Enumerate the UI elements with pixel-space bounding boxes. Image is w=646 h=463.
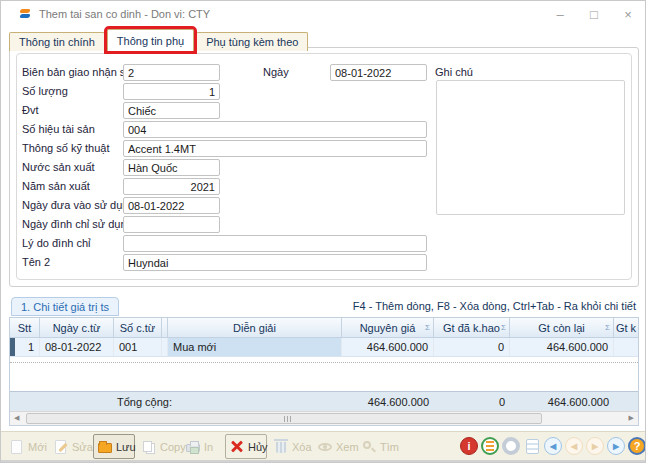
scrollbar-thumb[interactable] — [26, 413, 542, 424]
column-header-label: Nguyên giá — [360, 322, 416, 334]
so-hieu-tai-san-field[interactable] — [123, 121, 427, 138]
save-icon — [97, 439, 113, 455]
delete-icon — [273, 439, 289, 455]
table-empty-area — [10, 363, 638, 391]
ngay-dua-vao-su-dung-field[interactable] — [123, 197, 220, 214]
menu-icon — [481, 437, 499, 455]
row-selection-indicator — [10, 338, 15, 356]
help-button[interactable]: ? — [627, 436, 646, 456]
find-button-label: Tìm — [380, 441, 399, 453]
tab-thong-tin-chinh[interactable]: Thông tin chính — [9, 32, 105, 51]
field-label-so-luong: Số lượng — [22, 85, 68, 97]
column-header-gt-da-khao[interactable]: Gt đã k.hao Σ — [434, 318, 510, 337]
next-record-icon: ▶ — [586, 437, 604, 455]
cell-ngay-ctu[interactable]: 08-01-2022 — [40, 338, 114, 356]
bottom-toolbar: Mới Sửa Lưu Copy In Hủy Xóa Xem — [1, 431, 645, 460]
scroll-right-icon[interactable]: ▶ — [629, 414, 634, 422]
detail-table: Stt Ngày c.từ Số c.từ Diễn giải Nguyên g… — [9, 317, 639, 426]
previous-record-button[interactable]: ◀ — [564, 436, 584, 456]
cell-gt-da-khao[interactable]: 0 — [434, 338, 510, 356]
info-button[interactable]: i — [459, 436, 479, 456]
detail-tab-chi-tiet-gia-tri[interactable]: 1. Chi tiết giá trị ts — [11, 297, 119, 316]
bien-ban-giao-nhan-so-field[interactable] — [123, 64, 220, 81]
new-button-label: Mới — [28, 441, 47, 453]
cancel-button[interactable]: Hủy — [225, 434, 267, 459]
table-totals-row: Tổng cộng: 464.600.000 0 464.600.000 — [10, 391, 638, 411]
edit-button-label: Sửa — [72, 441, 93, 453]
first-record-icon: ◀ — [544, 437, 562, 455]
copy-icon — [141, 439, 157, 455]
horizontal-scrollbar[interactable]: ◀ ▶ — [10, 411, 638, 425]
field-label-so-hieu-tai-san: Số hiệu tài sản — [22, 123, 95, 135]
column-header-label: Gt đã k.hao — [443, 322, 500, 334]
field-label-ghi-chu: Ghi chú — [435, 66, 473, 78]
menu-button[interactable] — [480, 436, 500, 456]
last-record-button[interactable]: ▶ — [606, 436, 626, 456]
new-icon — [9, 439, 25, 455]
ly-do-dinh-chi-field[interactable] — [123, 235, 427, 252]
nam-san-xuat-field[interactable] — [123, 178, 220, 195]
minimize-icon[interactable]: – — [543, 1, 577, 27]
first-record-button[interactable]: ◀ — [543, 436, 563, 456]
totals-gt-k — [614, 392, 638, 411]
scrollbar-grip-icon — [284, 416, 293, 422]
table-row[interactable]: 1 08-01-2022 001 Mua mới 464.600.000 0 4… — [10, 338, 638, 357]
copy-button[interactable]: Copy — [137, 434, 179, 459]
find-button[interactable]: Tìm — [357, 434, 399, 459]
ghi-chu-textarea[interactable] — [436, 80, 625, 215]
maximize-icon[interactable]: □ — [577, 1, 611, 27]
cell-so-ctu[interactable]: 001 — [114, 338, 162, 356]
totals-nguyen-gia: 464.600.000 — [342, 392, 434, 411]
column-header-nguyen-gia[interactable]: Nguyên giá Σ — [342, 318, 434, 337]
save-button[interactable]: Lưu — [93, 434, 135, 459]
help-icon: ? — [628, 437, 646, 455]
ngay-field[interactable] — [330, 64, 427, 81]
title-bar: Them tai san co dinh - Don vi: CTY – □ × — [1, 1, 645, 27]
scroll-left-icon[interactable]: ◀ — [14, 414, 19, 422]
ten-2-field[interactable] — [123, 254, 427, 271]
edit-icon — [53, 439, 69, 455]
column-header-label: Gt còn lại — [538, 322, 584, 334]
tab-page: Biên bản giao nhận số Ngày Ghi chú Số lư… — [9, 47, 639, 287]
tab-phu-tung-kem-theo[interactable]: Phụ tùng kèm theo — [196, 32, 308, 51]
thong-so-ky-thuat-field[interactable] — [123, 140, 427, 157]
ngay-dinh-chi-su-dung-field[interactable] — [123, 216, 220, 233]
field-label-bien-ban: Biên bản giao nhận số — [22, 66, 131, 78]
column-header-gt-k[interactable]: Gt k — [614, 318, 638, 337]
column-header-stt[interactable]: Stt — [10, 318, 40, 337]
cancel-button-label: Hủy — [248, 441, 268, 453]
last-record-icon: ▶ — [607, 437, 625, 455]
cell-dien-giai[interactable]: Mua mới — [168, 338, 342, 356]
field-label-dvt: Đvt — [22, 104, 39, 116]
settings-button[interactable] — [501, 436, 521, 456]
find-icon — [361, 439, 377, 455]
tab-thong-tin-phu[interactable]: Thông tin phụ — [107, 29, 194, 51]
column-header-ngay-ctu[interactable]: Ngày c.từ — [40, 318, 114, 337]
field-label-nam-san-xuat: Năm sản xuất — [22, 180, 90, 192]
column-header-dien-giai[interactable]: Diễn giải — [168, 318, 342, 337]
delete-button[interactable]: Xóa — [269, 434, 311, 459]
app-window: Them tai san co dinh - Don vi: CTY – □ ×… — [0, 0, 646, 463]
column-header-so-ctu[interactable]: Số c.từ — [114, 318, 162, 337]
cell-gt-con-lai[interactable]: 464.600.000 — [510, 338, 614, 356]
print-icon — [185, 439, 201, 455]
print-button-label: In — [204, 441, 213, 453]
close-icon[interactable]: × — [611, 1, 645, 27]
tab-strip: Thông tin chính Thông tin phụ Phụ tùng k… — [9, 29, 310, 51]
dvt-field[interactable] — [123, 102, 220, 119]
sum-icon: Σ — [501, 323, 506, 332]
totals-gt-da-khao: 0 — [434, 392, 510, 411]
print-button[interactable]: In — [181, 434, 223, 459]
nuoc-san-xuat-field[interactable] — [123, 159, 220, 176]
delete-button-label: Xóa — [292, 441, 312, 453]
next-record-button[interactable]: ▶ — [585, 436, 605, 456]
edit-button[interactable]: Sửa — [49, 434, 91, 459]
view-button[interactable]: Xem — [313, 434, 355, 459]
cell-gt-k[interactable] — [614, 338, 638, 356]
so-luong-field[interactable] — [123, 83, 220, 100]
column-header-gt-con-lai[interactable]: Gt còn lại Σ — [510, 318, 614, 337]
window-controls: – □ × — [543, 1, 645, 27]
notes-button[interactable] — [522, 436, 542, 456]
cell-nguyen-gia[interactable]: 464.600.000 — [342, 338, 434, 356]
new-button[interactable]: Mới — [5, 434, 47, 459]
